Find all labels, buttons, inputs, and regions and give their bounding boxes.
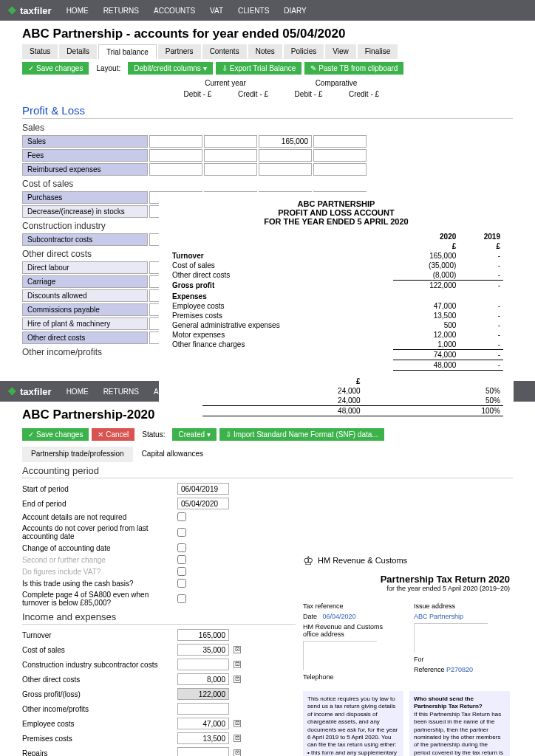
status-label: Status: xyxy=(137,430,169,439)
tb-cell[interactable] xyxy=(149,135,202,148)
tb-row-label: Other direct costs xyxy=(22,331,148,344)
reference-label: Reference xyxy=(414,666,445,673)
date-input[interactable] xyxy=(177,483,229,495)
crown-icon: ♔ xyxy=(303,554,313,568)
tb-row-label: Discounts allowed xyxy=(22,289,148,302)
layout-dropdown[interactable]: Debit/credit columns ▾ xyxy=(128,62,213,75)
income-label: Premises costs xyxy=(22,735,177,743)
tab-details[interactable]: Details xyxy=(59,44,97,59)
tab-partners[interactable]: Partners xyxy=(158,44,201,59)
reference-value: P270820 xyxy=(446,666,473,673)
detail-icon[interactable]: ⊡ xyxy=(234,720,241,727)
tb-cell[interactable] xyxy=(149,149,202,162)
status-dropdown[interactable]: Created ▾ xyxy=(172,428,217,441)
amount-input[interactable] xyxy=(177,732,229,744)
tab-finalise[interactable]: Finalise xyxy=(358,44,398,59)
group-sales: Sales xyxy=(0,120,535,134)
toolbar-1: ✓Save changes Layout: Debit/credit colum… xyxy=(0,59,535,78)
nav-returns-2[interactable]: RETURNS xyxy=(103,388,139,396)
tb-cell[interactable] xyxy=(204,149,257,162)
checkbox[interactable] xyxy=(177,543,186,552)
checkbox[interactable] xyxy=(177,579,186,588)
tb-row-label: Commissions payable xyxy=(22,303,148,316)
paste-button[interactable]: ✎ Paste TB from clipboard xyxy=(304,62,403,75)
amount-input[interactable] xyxy=(177,718,229,729)
export-button[interactable]: ⇩ Export Trial Balance xyxy=(216,62,302,75)
nav-clients[interactable]: CLIENTS xyxy=(238,7,269,15)
detail-icon[interactable]: ⊡ xyxy=(234,646,241,653)
pl-report-title: PROFIT AND LOSS ACCOUNT xyxy=(169,208,503,217)
page-title-1: ABC Partnership - accounts for year ende… xyxy=(0,21,535,44)
date-input[interactable] xyxy=(177,498,229,509)
amount-input[interactable] xyxy=(177,644,229,656)
tab-notes[interactable]: Notes xyxy=(248,44,282,59)
tb-row-label: Fees xyxy=(22,149,148,162)
nav-home[interactable]: HOME xyxy=(67,7,89,15)
tb-cell[interactable] xyxy=(204,163,257,176)
column-sub-headers: Debit - £ Credit - £ Debit - £ Credit - … xyxy=(0,89,535,100)
tb-cell[interactable] xyxy=(313,163,367,176)
amount-input[interactable] xyxy=(177,703,229,715)
checkbox[interactable] xyxy=(177,567,186,576)
amount-input[interactable] xyxy=(177,673,229,685)
tab-view[interactable]: View xyxy=(325,44,356,59)
nav-accounts[interactable]: ACCOUNTS xyxy=(154,7,195,15)
save-button[interactable]: ✓Save changes xyxy=(22,62,89,75)
checkbox[interactable] xyxy=(177,528,186,537)
notice-right: Who should send the Partnership Tax Retu… xyxy=(409,691,510,756)
tb-row: Reimbursed expenses xyxy=(0,162,535,176)
tab-trial-balance[interactable]: Trial balance xyxy=(98,44,157,59)
tb-cell[interactable] xyxy=(204,135,257,148)
form-row: Start of period xyxy=(0,481,535,496)
pl-company: ABC PARTNERSHIP xyxy=(169,199,503,208)
tab-status[interactable]: Status xyxy=(22,44,58,59)
income-label: Other direct costs xyxy=(22,676,177,684)
tb-cell[interactable] xyxy=(149,163,202,176)
hmrc-subtitle: for the year ended 5 April 2020 (2019–20… xyxy=(303,585,510,592)
nav-returns[interactable]: RETURNS xyxy=(103,7,139,15)
tb-cell[interactable] xyxy=(313,135,367,148)
notice-right-body: If this Partnership Tax Return has been … xyxy=(414,711,503,756)
download-icon: ⇩ xyxy=(222,64,228,72)
nav-diary[interactable]: DIARY xyxy=(284,7,306,15)
save-button-2[interactable]: ✓Save changes xyxy=(22,428,89,441)
checkbox[interactable] xyxy=(177,512,186,521)
checkbox[interactable] xyxy=(177,594,186,603)
sub-tabs: Partnership trade/profession Capital all… xyxy=(0,444,535,462)
cancel-button[interactable]: ✕ Cancel xyxy=(92,428,134,441)
tab-contents[interactable]: Contents xyxy=(202,44,247,59)
form-row-label: Accounts do not cover period from last a… xyxy=(22,524,177,540)
amount-input[interactable] xyxy=(177,629,229,641)
nav-home-2[interactable]: HOME xyxy=(67,388,89,396)
form-row-label: End of period xyxy=(22,500,177,508)
tax-reference-label: Tax reference xyxy=(303,602,399,610)
subtab-capital[interactable]: Capital allowances xyxy=(133,447,212,462)
tb-cell[interactable] xyxy=(259,149,312,162)
tab-policies[interactable]: Policies xyxy=(284,44,324,59)
hmrc-org: HM Revenue & Customs xyxy=(318,556,407,565)
detail-icon[interactable]: ⊡ xyxy=(234,661,241,668)
column-group-headers: Current year Comparative xyxy=(0,78,535,89)
tb-row: Fees xyxy=(0,148,535,162)
tb-cell[interactable] xyxy=(259,135,312,148)
amount-input[interactable] xyxy=(177,747,229,756)
leaf-icon: ❖ xyxy=(7,4,17,16)
telephone-label: Telephone xyxy=(303,673,399,681)
hmrc-form: ♔ HM Revenue & Customs Partnership Tax R… xyxy=(296,546,517,756)
detail-icon[interactable]: ⊡ xyxy=(234,749,241,756)
toolbar-2: ✓Save changes ✕ Cancel Status: Created ▾… xyxy=(0,425,535,444)
detail-icon[interactable]: ⊡ xyxy=(234,676,241,683)
colgroup-current: Current year xyxy=(170,79,281,87)
form-row-label: Second or further change xyxy=(22,556,177,564)
checkbox[interactable] xyxy=(177,555,186,564)
amount-input[interactable] xyxy=(177,659,229,670)
income-label: Turnover xyxy=(22,631,177,639)
tb-cell[interactable] xyxy=(259,163,312,176)
subtab-trade[interactable]: Partnership trade/profession xyxy=(22,447,133,462)
import-button[interactable]: ⇩ Import Standard Name Format (SNF) data… xyxy=(219,428,384,441)
tb-cell[interactable] xyxy=(313,149,367,162)
detail-icon[interactable]: ⊡ xyxy=(234,735,241,742)
nav-vat[interactable]: VAT xyxy=(210,7,223,15)
tb-row-label: Sales xyxy=(22,135,148,148)
check-icon: ✓ xyxy=(28,64,34,72)
